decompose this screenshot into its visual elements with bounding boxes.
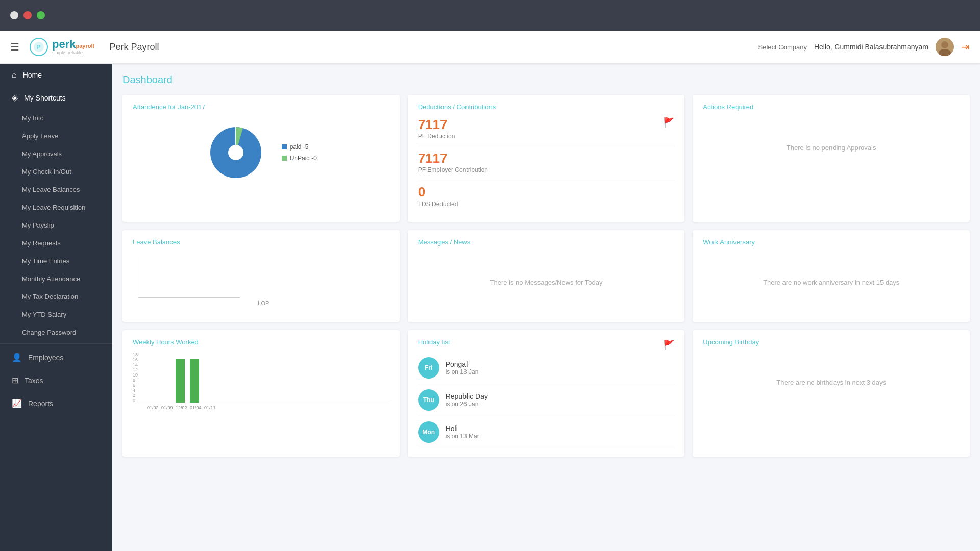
sidebar-item-my-leave-balances[interactable]: My Leave Balances xyxy=(0,181,112,198)
pf-employer-label: PF Employer Contribution xyxy=(418,166,675,173)
home-icon: ⌂ xyxy=(12,70,17,80)
sidebar-my-approvals-label: My Approvals xyxy=(22,150,62,158)
bar-3 xyxy=(176,359,185,403)
leave-chart-area: LOP xyxy=(133,252,389,311)
svg-point-3 xyxy=(941,41,948,48)
bar-4 xyxy=(190,359,199,403)
sidebar-item-taxes[interactable]: ⊞ Taxes xyxy=(0,369,112,392)
attendance-legend: paid -5 UnPaid -0 xyxy=(282,143,317,162)
legend-unpaid-label: UnPaid -0 xyxy=(290,155,317,162)
sidebar-home-label: Home xyxy=(23,71,42,79)
sidebar-item-my-time-entries[interactable]: My Time Entries xyxy=(0,252,112,270)
logo-tagline: simple. reliable. xyxy=(52,50,94,55)
window-dot-close[interactable] xyxy=(10,11,18,19)
leave-balances-title: Leave Balances xyxy=(133,238,389,246)
window-dot-minimize[interactable] xyxy=(23,11,32,19)
sidebar-item-my-checkinout[interactable]: My Check In/Out xyxy=(0,163,112,181)
logo-icon: P xyxy=(33,41,45,53)
holiday-info-2: Republic Day is on 26 Jan xyxy=(446,392,488,408)
sidebar-taxes-label: Taxes xyxy=(24,377,43,385)
sidebar-item-my-requests[interactable]: My Requests xyxy=(0,234,112,252)
deduction-divider-1 xyxy=(418,146,675,146)
holiday-card: Holiday list 🚩 Fri Pongal is on 13 Jan xyxy=(408,330,685,457)
holiday-item-1: Fri Pongal is on 13 Jan xyxy=(418,352,675,384)
holiday-date-1: is on 13 Jan xyxy=(446,368,479,375)
window-dot-maximize[interactable] xyxy=(37,11,45,19)
holiday-day-2: Thu xyxy=(423,396,434,404)
reports-icon: 📈 xyxy=(12,398,22,408)
holiday-card-title: Holiday list xyxy=(418,338,450,346)
holiday-info-3: Holi is on 13 Mar xyxy=(446,424,479,440)
weekly-hours-title: Weekly Hours Worked xyxy=(133,338,389,346)
pf-employer-row: 7117 PF Employer Contribution xyxy=(418,151,675,173)
holiday-day-3: Mon xyxy=(422,429,435,436)
window-chrome xyxy=(0,0,980,31)
pf-employer-value: 7117 xyxy=(418,151,675,166)
header-right: Select Company Hello, Gummidi Balasubrah… xyxy=(758,38,970,56)
hamburger-icon[interactable]: ☰ xyxy=(10,41,19,53)
sidebar-my-checkinout-label: My Check In/Out xyxy=(22,168,71,176)
tds-row: 0 TDS Deducted xyxy=(418,184,675,207)
dashboard-title: Dashboard xyxy=(122,74,970,86)
bar-group-3 xyxy=(176,359,185,403)
avatar xyxy=(936,38,954,56)
logo-area: P perkpayroll simple. reliable. xyxy=(30,38,94,56)
sidebar-monthly-attendance-label: Monthly Attendance xyxy=(22,275,80,283)
deduction-flag-icon: 🚩 xyxy=(663,117,674,128)
pf-deduction-value: 7117 xyxy=(418,117,675,133)
app-title: Perk Payroll xyxy=(110,42,159,53)
sidebar-item-home[interactable]: ⌂ Home xyxy=(0,64,112,86)
sidebar-item-reports[interactable]: 📈 Reports xyxy=(0,392,112,415)
shortcuts-icon: ◈ xyxy=(12,93,18,103)
sidebar-item-employees[interactable]: 👤 Employees xyxy=(0,346,112,369)
svg-text:P: P xyxy=(37,44,41,50)
sidebar-item-my-leave-requisition[interactable]: My Leave Requisition xyxy=(0,198,112,216)
x-label-2: 01/09 xyxy=(161,405,170,410)
sidebar-item-apply-leave[interactable]: Apply Leave xyxy=(0,127,112,145)
work-anniversary-card: Work Anniversary There are no work anniv… xyxy=(693,230,970,322)
sidebar-item-my-shortcuts[interactable]: ◈ My Shortcuts xyxy=(0,86,112,109)
sidebar-my-payslip-label: My Payslip xyxy=(22,221,54,229)
messages-card-title: Messages / News xyxy=(418,238,675,246)
sidebar-item-my-ytd-salary[interactable]: My YTD Salary xyxy=(0,306,112,323)
deductions-card-title: Deductions / Contributions xyxy=(418,103,675,111)
sidebar-item-my-info[interactable]: My Info xyxy=(0,109,112,127)
attendance-card-title: Attandence for Jan-2017 xyxy=(133,103,389,111)
sidebar-divider-1 xyxy=(0,343,112,344)
sidebar-item-my-payslip[interactable]: My Payslip xyxy=(0,216,112,234)
sidebar-apply-leave-label: Apply Leave xyxy=(22,132,59,140)
y-axis: 18 16 14 12 10 8 6 4 2 0 xyxy=(133,352,138,403)
employees-icon: 👤 xyxy=(12,353,22,362)
attendance-card: Attandence for Jan-2017 xyxy=(122,95,400,222)
sidebar-change-password-label: Change Password xyxy=(22,329,76,336)
taxes-icon: ⊞ xyxy=(12,375,18,385)
weekly-chart-container: 18 16 14 12 10 8 6 4 2 0 xyxy=(133,352,389,410)
legend-unpaid: UnPaid -0 xyxy=(282,155,317,162)
sidebar-my-time-entries-label: My Time Entries xyxy=(22,257,69,265)
sidebar-item-my-tax-declaration[interactable]: My Tax Declaration xyxy=(0,288,112,306)
holiday-item-3: Mon Holi is on 13 Mar xyxy=(418,416,675,448)
legend-unpaid-dot xyxy=(282,156,287,161)
select-company[interactable]: Select Company xyxy=(758,43,807,51)
holiday-flag-icon: 🚩 xyxy=(663,339,674,350)
sidebar: ⌂ Home ◈ My Shortcuts My Info Apply Leav… xyxy=(0,64,112,551)
pf-deduction-label: PF Deduction xyxy=(418,133,675,140)
actions-card: Actions Required There is no pending App… xyxy=(693,95,970,222)
sidebar-reports-label: Reports xyxy=(28,399,53,408)
sidebar-item-change-password[interactable]: Change Password xyxy=(0,323,112,341)
deductions-card: Deductions / Contributions 🚩 7117 PF Ded… xyxy=(408,95,685,222)
pf-deduction-row: 7117 PF Deduction xyxy=(418,117,675,140)
sidebar-my-leave-balances-label: My Leave Balances xyxy=(22,186,80,193)
weekly-hours-card: Weekly Hours Worked 18 16 14 12 10 8 6 4… xyxy=(122,330,400,457)
x-label-4: 01/04 xyxy=(190,405,199,410)
holiday-badge-2: Thu xyxy=(418,389,439,411)
sidebar-item-my-approvals[interactable]: My Approvals xyxy=(0,145,112,163)
sidebar-shortcuts-label: My Shortcuts xyxy=(24,94,66,102)
messages-empty-message: There is no Messages/News for Today xyxy=(418,252,675,313)
birthday-card: Upcoming Birthday There are no birthdays… xyxy=(693,330,970,457)
legend-paid-label: paid -5 xyxy=(290,143,309,151)
sidebar-item-monthly-attendance[interactable]: Monthly Attendance xyxy=(0,270,112,288)
x-axis-labels: 01/02 01/09 12/02 01/04 01/11 xyxy=(133,405,389,410)
logout-icon[interactable]: ⇥ xyxy=(961,41,970,53)
holiday-date-3: is on 13 Mar xyxy=(446,433,479,440)
